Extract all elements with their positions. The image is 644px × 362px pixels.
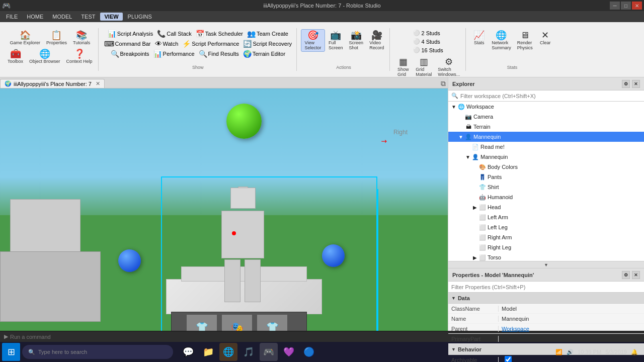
tree-item-4[interactable]: 📄Read me! [448, 142, 644, 152]
team-create-button[interactable]: 👥 Team Create [246, 29, 290, 38]
script-performance-button[interactable]: ⚡ Script Performance [181, 39, 240, 48]
prop-section-data[interactable]: ▼ Data [448, 293, 644, 304]
viewport-maximize-button[interactable]: ⧉ [441, 79, 446, 87]
blue-sphere-left[interactable] [118, 249, 141, 272]
prop-value-cell[interactable]: Workspace [499, 326, 644, 332]
render-physics-button[interactable]: 🖥 RenderPhysics [515, 29, 535, 52]
taskbar-search[interactable]: 🔍 Type here to search [22, 345, 173, 359]
tree-item-1[interactable]: 📷Camera [448, 112, 644, 122]
tree-item-11[interactable]: ⬜Left Arm [448, 212, 644, 222]
tree-item-7[interactable]: 👖Pants [448, 172, 644, 182]
viewport-tab-active[interactable]: 🌍 iiiAllypoppyiii's Place Number: 7 ✕ [0, 79, 105, 88]
menu-plugins[interactable]: PLUGINS [124, 13, 156, 21]
menu-home[interactable]: HOME [23, 13, 47, 21]
mannequin[interactable] [221, 187, 264, 303]
tutorials-button[interactable]: 📚 Tutorials [70, 29, 93, 47]
explorer-tree[interactable]: ▼🌐Workspace 📷Camera 🏔Terrain▼👤Mannequin … [448, 102, 644, 261]
clear-button[interactable]: ✕ Clear [536, 29, 554, 52]
context-help-button[interactable]: ❓ Context Help [64, 48, 95, 65]
tree-toggle[interactable]: ▼ [450, 104, 457, 110]
object-browser-icon: 🌐 [39, 49, 50, 58]
tree-toggle[interactable]: ▼ [464, 154, 471, 160]
explorer-search[interactable]: 🔍 [448, 90, 644, 102]
call-stack-label: Call Stack [167, 31, 192, 37]
blue-sphere-right[interactable] [322, 244, 345, 267]
script-recovery-button[interactable]: 🔄 Script Recovery [242, 39, 293, 48]
menu-file[interactable]: FILE [2, 13, 22, 21]
viewport-scene[interactable]: Right ↗ [0, 88, 448, 331]
taskbar-chrome[interactable]: 🔵 [300, 343, 318, 361]
viewport-tab-close[interactable]: ✕ [96, 80, 100, 87]
show-grid-button[interactable]: ▦ ShowGrid [394, 56, 412, 78]
script-analysis-button[interactable]: 📊 Script Analysis [106, 29, 155, 38]
taskbar-cortana[interactable]: 💬 [179, 343, 197, 361]
minimize-button[interactable]: ─ [610, 2, 620, 10]
close-button[interactable]: ✕ [632, 2, 642, 10]
tree-item-5[interactable]: ▼👤Mannequin [448, 152, 644, 162]
task-scheduler-button[interactable]: 📅 Task Scheduler [194, 29, 245, 38]
explorer-settings-button[interactable]: ⚙ [622, 80, 630, 88]
taskbar-notification-icon[interactable]: 🔔 [631, 349, 638, 355]
tree-item-6[interactable]: 🎨Body Colors [448, 162, 644, 172]
watch-button[interactable]: 👁 Watch [153, 39, 180, 48]
performance-button[interactable]: 📊 Performance [152, 49, 196, 58]
properties-settings-button[interactable]: ⚙ [622, 271, 630, 279]
start-button[interactable]: ⊞ [2, 343, 20, 361]
object-browser-button[interactable]: 🌐 Object Browser [27, 48, 63, 65]
taskbar-edge[interactable]: 🌐 [219, 343, 237, 361]
taskbar-music[interactable]: 🎵 [239, 343, 258, 361]
screen-shot-button[interactable]: 📸 ScreenShot [347, 29, 366, 52]
call-stack-button[interactable]: 📞 Call Stack [155, 29, 193, 38]
switch-windows-button[interactable]: ⚙ SwitchWindows... [435, 56, 462, 78]
tree-item-10[interactable]: ▶⬜Head [448, 202, 644, 212]
tree-label: Workspace [466, 104, 494, 110]
green-sphere[interactable] [226, 104, 262, 139]
properties-search[interactable] [448, 282, 644, 293]
properties-close-button[interactable]: ✕ [632, 271, 640, 279]
restore-button[interactable]: □ [621, 2, 631, 10]
tree-toggle[interactable]: ▶ [471, 205, 478, 210]
taskbar-roblox[interactable]: 🎮 [260, 343, 278, 361]
tree-item-15[interactable]: ▶⬜Torso [448, 252, 644, 261]
video-record-button[interactable]: 🎥 VideoRecord [367, 29, 386, 52]
taskbar-explorer[interactable]: 📁 [199, 343, 217, 361]
command-bar-button[interactable]: ⌨ Command Bar [103, 39, 152, 48]
explorer-scroll-down[interactable]: ▼ [448, 261, 644, 268]
grid-material-button[interactable]: ▥ GridMaterial [413, 56, 434, 78]
toolbox-button[interactable]: 🧰 Toolbox [5, 48, 26, 65]
command-bar-input[interactable] [10, 334, 640, 340]
network-summary-button[interactable]: 🌐 NetworkSummary [489, 29, 514, 52]
tree-item-14[interactable]: ⬜Right Leg [448, 242, 644, 252]
viewport[interactable]: 🌍 iiiAllypoppyiii's Place Number: 7 ✕ ⧉ … [0, 77, 448, 331]
full-screen-button[interactable]: 📺 FullScreen [326, 29, 346, 52]
2-studs-option[interactable]: ⚪ 2 Studs [412, 29, 444, 37]
breakpoints-button[interactable]: 🔍 Breakpoints [109, 49, 151, 58]
menu-test[interactable]: TEST [77, 13, 99, 21]
find-results-button[interactable]: 🔍 Find Results [197, 49, 240, 58]
explorer-search-input[interactable] [460, 93, 641, 99]
tree-item-13[interactable]: ⬜Right Arm [448, 232, 644, 242]
tree-item-9[interactable]: 🤖Humanoid [448, 192, 644, 202]
prop-row-parent: ParentWorkspace [448, 324, 644, 334]
menu-model[interactable]: MODEL [48, 13, 76, 21]
game-explorer-button[interactable]: 🏠 Game Explorer [7, 29, 43, 47]
tree-item-3[interactable]: ▼👤Mannequin [448, 132, 644, 142]
tree-item-0[interactable]: ▼🌐Workspace [448, 102, 644, 112]
explorer-close-button[interactable]: ✕ [632, 80, 640, 88]
4-studs-option[interactable]: ⚪ 4 Studs [412, 38, 444, 45]
menu-view[interactable]: VIEW [100, 13, 122, 21]
view-selector-button[interactable]: 🎯 ViewSelector [301, 29, 325, 52]
tree-toggle[interactable]: ▶ [471, 255, 478, 260]
tree-item-8[interactable]: 👕Shirt [448, 182, 644, 192]
tree-item-12[interactable]: ⬜Left Leg [448, 222, 644, 232]
tree-toggle[interactable]: ▼ [457, 134, 464, 140]
taskbar-discord[interactable]: 💜 [280, 343, 298, 361]
tree-item-2[interactable]: 🏔Terrain [448, 122, 644, 132]
properties-search-input[interactable] [451, 284, 641, 290]
viewport-tab-title: iiiAllypoppyiii's Place Number: 7 [14, 81, 92, 87]
stats-button[interactable]: 📈 Stats [470, 29, 488, 52]
properties-button[interactable]: 📋 Properties [44, 29, 69, 47]
terrain-editor-button[interactable]: 🌍 Terrain Editor [242, 49, 287, 58]
prop-checkbox-archivable[interactable] [505, 356, 512, 363]
16-studs-option[interactable]: ⚪ 16 Studs [412, 46, 444, 54]
